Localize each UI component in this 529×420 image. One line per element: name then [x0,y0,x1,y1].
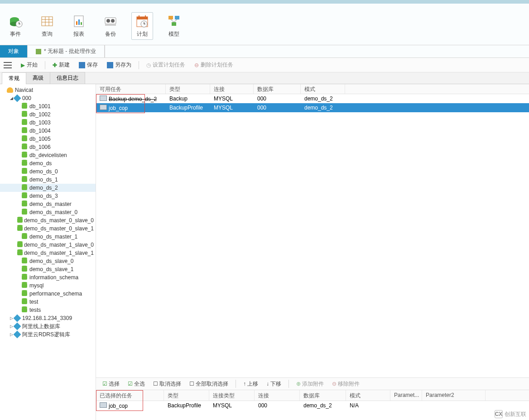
tree-item[interactable]: demo_ds_master_0_slave_0 [0,216,96,224]
scol-ctype[interactable]: 连接类型 [209,390,255,401]
content-area: 可用任务 类型 连接 数据库 模式 Backup demo_ds_2Backup… [96,84,529,420]
chevron-icon [16,194,21,198]
deselect-all-button[interactable]: ☐全部取消选择 [187,379,231,389]
sub-tab-general[interactable]: 常规 [2,72,26,84]
scol-p1[interactable]: Paramet... [390,390,422,401]
tree-item[interactable]: demo_ds_3 [0,192,96,200]
report-icon [72,14,86,29]
select-all-button[interactable]: ☑全选 [125,379,148,389]
tree-item[interactable]: demo_ds_master_1_slave_0 [0,241,96,249]
chevron-icon [16,153,21,158]
tree-item[interactable]: db_1005 [0,135,96,143]
tree-item[interactable]: ▷192.168.1.234_3309 [0,314,96,322]
tree-label: demo_ds_master_0_slave_0 [24,217,94,224]
tree-label: 000 [22,95,31,101]
sidebar-tree[interactable]: Navicat◢000db_1001db_1002db_1003db_1004d… [0,84,96,420]
tree-item[interactable]: ▷阿里线上数据库 [0,322,96,330]
tree-item[interactable]: db_1001 [0,102,96,110]
tree-label: db_1002 [29,111,51,118]
move-up-button[interactable]: ↑上移 [240,379,261,389]
chevron-icon: ▷ [9,332,14,337]
tree-item[interactable]: ◢000 [0,94,96,102]
new-button[interactable]: ✚ 新建 [49,60,73,70]
database-icon [21,274,28,281]
tree-item[interactable]: db_1006 [0,143,96,151]
tree-item[interactable]: db_1004 [0,127,96,135]
database-icon [21,233,28,240]
database-icon [21,160,28,167]
query-label: 查询 [42,30,53,38]
tree-item[interactable]: demo_ds_master_0_slave_1 [0,224,96,233]
chevron-icon [13,251,17,255]
tab-untitled[interactable]: * 无标题 - 批处理作业 [28,45,105,57]
tree-label: demo_ds_master_1_slave_0 [24,242,94,248]
tree-item[interactable]: demo_ds_1 [0,176,96,184]
tree-item[interactable]: performance_schema [0,290,96,298]
svg-rect-22 [168,16,173,19]
chevron-icon [13,243,17,247]
scol-mode[interactable]: 模式 [346,390,390,401]
tree-label: Navicat [15,87,33,93]
tree-item[interactable]: demo_ds [0,159,96,167]
svg-point-15 [111,19,115,23]
scol-type[interactable]: 类型 [164,390,209,401]
report-button[interactable]: 报表 [68,12,90,40]
scol-p2[interactable]: Parameter2 [422,390,486,401]
tree-item[interactable]: Navicat [0,86,96,94]
scol-db[interactable]: 数据库 [300,390,346,401]
query-button[interactable]: 查询 [36,12,58,40]
connection-icon [14,315,21,322]
tree-item[interactable]: demo_ds_slave_1 [0,265,96,273]
backup-button[interactable]: 备份 [100,12,121,40]
sub-tab-advanced[interactable]: 高级 [26,72,50,84]
scol-conn[interactable]: 连接 [255,390,300,401]
select-button[interactable]: ☑选择 [100,379,122,389]
tree-item[interactable]: mysql [0,282,96,290]
tree-item[interactable]: db_devicelisten [0,151,96,159]
tree-item[interactable]: ▷阿里云RDRS逻辑库 [0,330,96,339]
sub-tab-message-log[interactable]: 信息日志 [50,72,85,84]
save-button[interactable]: 保存 [75,60,101,70]
tree-item[interactable]: demo_ds_master_0 [0,208,96,216]
main-toolbar: ▶ 开始 ✚ 新建 保存 另存为 ◷ 设置计划任务 ⊖ 删除计划任务 [0,58,529,72]
menu-icon[interactable] [4,62,12,68]
scol-task[interactable]: 已选择的任务 [96,390,164,401]
tree-item[interactable]: demo_ds_slave_0 [0,257,96,265]
tree-item[interactable]: demo_ds_master_1_slave_1 [0,249,96,257]
selected-task-row[interactable]: job_copBackupProfileMYSQL000demo_ds_2N/A [96,401,529,410]
move-down-button[interactable]: ↓下移 [264,379,284,389]
model-button[interactable]: 模型 [163,12,185,40]
tree-item[interactable]: demo_ds_master_1 [0,233,96,241]
tree-item[interactable]: test [0,298,96,306]
tree-item[interactable]: db_1002 [0,110,96,119]
tree-item[interactable]: demo_ds_master [0,200,96,208]
svg-line-26 [174,19,177,22]
tree-item[interactable]: demo_ds_0 [0,167,96,176]
tab-object[interactable]: 对象 [0,45,28,57]
delete-schedule-button[interactable]: ⊖ 删除计划任务 [191,60,237,70]
tab-close-button[interactable] [105,45,117,57]
tree-item[interactable]: information_schema [0,273,96,282]
schedule-button[interactable]: 计划 [131,12,153,40]
task-row[interactable]: job_copBackupProfileMYSQL000demo_ds_2 [96,103,529,112]
tree-item[interactable]: tests [0,306,96,314]
chevron-icon [16,186,21,190]
col-conn[interactable]: 连接 [210,84,254,94]
selected-tasks-header: 已选择的任务 类型 连接类型 连接 数据库 模式 Paramet... Para… [96,390,529,401]
navicat-icon [6,86,14,94]
set-schedule-button[interactable]: ◷ 设置计划任务 [143,60,189,70]
col-mode[interactable]: 模式 [301,84,345,94]
start-button[interactable]: ▶ 开始 [17,60,41,70]
database-icon [21,184,28,191]
tree-item[interactable]: demo_ds_2 [0,184,96,192]
col-type[interactable]: 类型 [166,84,210,94]
remove-attach-button[interactable]: ⊖移除附件 [329,379,362,389]
deselect-button[interactable]: ☐取消选择 [150,379,184,389]
tree-item[interactable]: db_1003 [0,119,96,127]
event-button[interactable]: 事件 [5,12,26,40]
save-as-button[interactable]: 另存为 [103,60,135,70]
col-db[interactable]: 数据库 [254,84,301,94]
col-task[interactable]: 可用任务 [96,84,166,94]
add-attach-button[interactable]: ⊕添加附件 [293,379,327,389]
task-row[interactable]: Backup demo_ds_2BackupMYSQL000demo_ds_2 [96,94,529,103]
